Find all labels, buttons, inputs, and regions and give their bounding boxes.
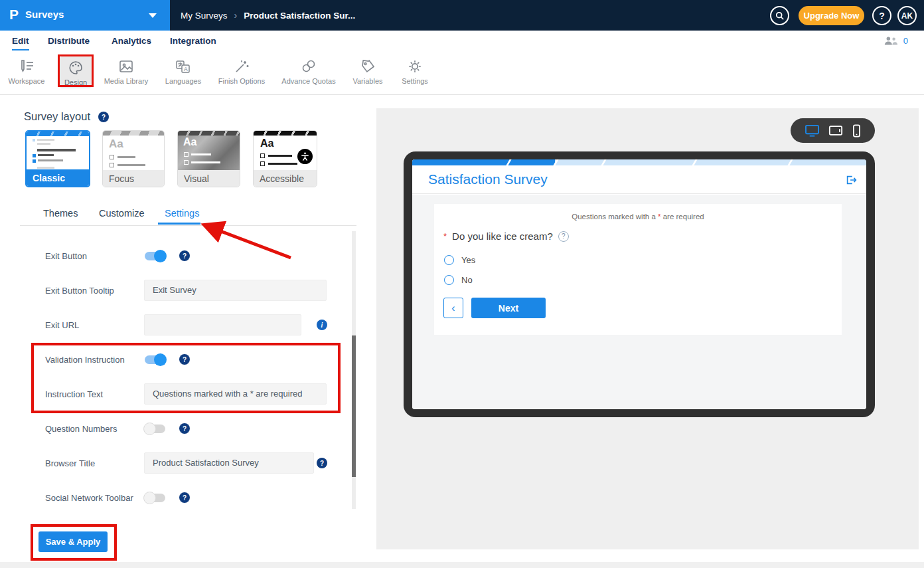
- browser-title-help[interactable]: ?: [317, 458, 327, 468]
- save-apply-button[interactable]: Save & Apply: [38, 531, 108, 552]
- question-numbers-toggle[interactable]: [145, 425, 165, 433]
- survey-body: Questions marked with a * are required *…: [412, 195, 866, 409]
- toolbar-item-languages[interactable]: A Languages: [160, 56, 206, 85]
- survey-title: Satisfaction Survey: [428, 171, 548, 187]
- social-network-toolbar-toggle[interactable]: [145, 494, 165, 502]
- radio-circle-icon: [444, 255, 454, 265]
- edit-toolbar: Workspace Design Media Library A: [0, 52, 924, 95]
- toolbar-item-media-library[interactable]: Media Library: [101, 56, 151, 85]
- exit-url-input[interactable]: [144, 314, 301, 335]
- tab-analytics[interactable]: Analytics: [112, 36, 151, 46]
- chevron-down-icon: [149, 13, 157, 18]
- back-button[interactable]: ‹: [443, 298, 463, 318]
- exit-survey-button[interactable]: [845, 174, 857, 189]
- breadcrumb: My Surveys › Product Satisfaction Sur...: [181, 0, 355, 31]
- survey-question-card: Questions marked with a * are required *…: [434, 204, 842, 335]
- search-button[interactable]: [770, 6, 789, 25]
- validation-instruction-text: Questions marked with a * are required: [434, 213, 842, 221]
- breadcrumb-separator: ›: [234, 10, 238, 21]
- survey-layout-help-button[interactable]: ?: [98, 112, 109, 122]
- layout-label-focus: Focus: [103, 170, 164, 187]
- active-tab-underline: [158, 223, 200, 225]
- radio-circle-icon: [444, 275, 454, 285]
- browser-title-input[interactable]: Product Satisfaction Survey: [144, 452, 314, 474]
- radio-option-yes[interactable]: Yes: [444, 255, 475, 265]
- tab-settings[interactable]: Settings: [165, 208, 199, 219]
- workspace-icon: [3, 56, 50, 76]
- survey-layout-title: Survey layout: [24, 110, 90, 123]
- tab-edit[interactable]: Edit: [12, 36, 29, 46]
- tab-integration[interactable]: Integration: [170, 36, 216, 46]
- label-exit-button: Exit Button: [45, 251, 87, 261]
- exit-button-help[interactable]: ?: [179, 250, 190, 261]
- label-exit-url: Exit URL: [45, 320, 79, 330]
- accessible-thumbnail: Aa: [254, 131, 317, 170]
- collaborators-button[interactable]: 0: [884, 35, 908, 46]
- exit-button-tooltip-input[interactable]: Exit Survey: [144, 280, 327, 301]
- people-icon: [884, 35, 898, 46]
- device-mobile-button[interactable]: [852, 124, 861, 138]
- questionpro-logo-icon: P: [9, 7, 19, 23]
- avatar[interactable]: AK: [897, 6, 917, 25]
- image-icon: [101, 56, 151, 76]
- toolbar-item-advance-quotas[interactable]: Advance Quotas: [279, 56, 339, 85]
- device-switcher: [791, 118, 875, 143]
- gear-icon: [394, 56, 436, 76]
- layout-label-accessible: Accessible: [254, 170, 317, 187]
- validation-instruction-help[interactable]: ?: [179, 354, 190, 365]
- translate-icon: A: [160, 56, 206, 76]
- magic-wand-icon: [215, 56, 268, 76]
- chevron-left-icon: ‹: [451, 302, 455, 314]
- toolbar-item-variables[interactable]: Variables: [345, 56, 391, 85]
- breadcrumb-current: Product Satisfaction Sur...: [244, 11, 355, 21]
- instruction-text-input[interactable]: Questions marked with a * are required: [144, 383, 327, 405]
- layout-option-focus[interactable]: Aa Focus: [102, 130, 165, 187]
- tab-themes[interactable]: Themes: [43, 208, 78, 219]
- label-validation-instruction: Validation Instruction: [45, 355, 125, 365]
- exit-url-info[interactable]: i: [317, 320, 327, 330]
- layout-option-visual[interactable]: Aa Visual: [177, 130, 240, 187]
- question-help-button[interactable]: ?: [558, 231, 569, 242]
- product-name: Surveys: [25, 9, 64, 20]
- product-switcher[interactable]: P Surveys: [0, 0, 170, 31]
- question-mark-icon: ?: [879, 11, 885, 21]
- accessibility-icon: [297, 149, 313, 164]
- toolbar-item-workspace[interactable]: Workspace: [3, 56, 50, 85]
- palette-icon: [60, 58, 92, 78]
- device-desktop-button[interactable]: [805, 124, 820, 137]
- device-tablet-button[interactable]: [828, 125, 843, 136]
- progress-bar-fill: [412, 159, 555, 165]
- exit-button-toggle[interactable]: [145, 252, 165, 260]
- tablet-icon: [828, 125, 843, 136]
- layout-option-accessible[interactable]: Aa Accessible: [253, 130, 317, 187]
- question-text: * Do you like ice cream? ?: [443, 231, 569, 242]
- survey-header: Satisfaction Survey: [412, 165, 866, 194]
- breadcrumb-my-surveys[interactable]: My Surveys: [181, 11, 228, 21]
- validation-instruction-toggle[interactable]: [145, 355, 165, 364]
- toolbar-item-design[interactable]: Design: [60, 56, 92, 88]
- panel-scrollbar-thumb[interactable]: [352, 335, 356, 477]
- question-numbers-help[interactable]: ?: [179, 423, 190, 434]
- layout-option-classic[interactable]: Classic: [25, 130, 90, 187]
- tab-customize[interactable]: Customize: [99, 208, 145, 219]
- toolbar-item-finish-options[interactable]: Finish Options: [215, 56, 268, 85]
- required-marker: *: [443, 231, 447, 241]
- layout-label-visual: Visual: [178, 170, 240, 187]
- next-button[interactable]: Next: [471, 298, 546, 318]
- upgrade-now-button[interactable]: Upgrade Now: [799, 6, 864, 25]
- tabs-divider: [20, 225, 356, 226]
- mobile-icon: [852, 124, 861, 138]
- radio-option-no[interactable]: No: [444, 275, 473, 285]
- survey-preview-screen: Satisfaction Survey Questions marked wit…: [412, 159, 866, 409]
- tab-distribute[interactable]: Distribute: [48, 36, 90, 46]
- classic-thumbnail: [27, 132, 89, 169]
- focus-thumbnail: Aa: [103, 131, 164, 170]
- question-mark-icon: ?: [102, 114, 106, 121]
- label-exit-button-tooltip: Exit Button Tooltip: [45, 286, 114, 296]
- label-question-numbers: Question Numbers: [45, 424, 117, 434]
- top-header: P Surveys My Surveys › Product Satisfact…: [0, 0, 924, 31]
- social-network-toolbar-help[interactable]: ?: [179, 492, 190, 503]
- toolbar-item-settings[interactable]: Settings: [394, 56, 436, 85]
- help-button[interactable]: ?: [872, 6, 891, 25]
- collaborators-count: 0: [903, 36, 908, 46]
